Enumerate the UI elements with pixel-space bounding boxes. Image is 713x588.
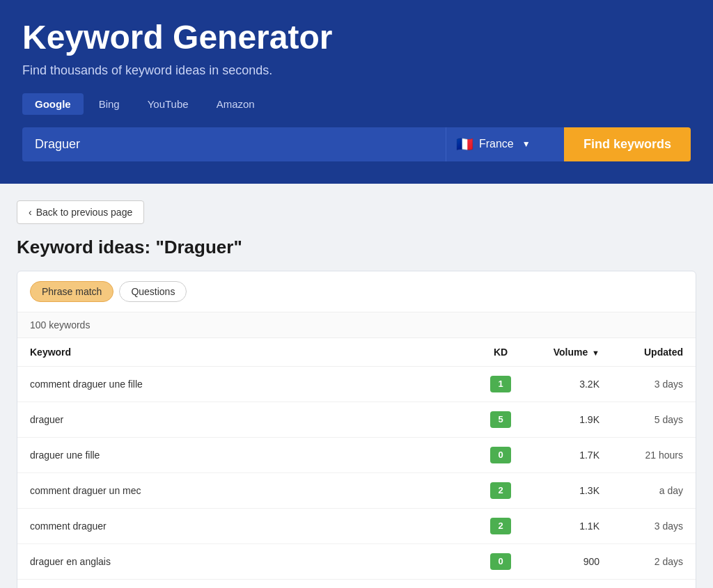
- filter-phrase-match[interactable]: Phrase match: [30, 281, 113, 302]
- country-name: France: [479, 138, 514, 150]
- main-content: ‹ Back to previous page Keyword ideas: "…: [0, 184, 713, 588]
- header-subtitle: Find thousands of keyword ideas in secon…: [22, 63, 691, 78]
- table-row: draguer 5 1.9K 5 days: [17, 402, 696, 437]
- cell-keyword: draguer: [17, 402, 473, 437]
- search-input[interactable]: [22, 127, 446, 161]
- keywords-count: 100 keywords: [17, 312, 696, 338]
- source-tab-bar: Google Bing YouTube Amazon: [22, 93, 691, 115]
- filter-bar: Phrase match Questions: [17, 271, 696, 312]
- cell-kd: 2: [473, 472, 528, 508]
- cell-volume: 1.9K: [528, 402, 612, 437]
- table-row: comment draguer 2 1.1K 3 days: [17, 508, 696, 543]
- kd-badge: 1: [490, 376, 511, 392]
- col-keyword[interactable]: Keyword: [17, 338, 473, 367]
- page-title: Keyword Generator: [22, 19, 691, 56]
- cell-updated: 7 days: [612, 579, 696, 588]
- cell-keyword: draguer une fille: [17, 437, 473, 472]
- filter-questions[interactable]: Questions: [119, 281, 187, 302]
- tab-youtube[interactable]: YouTube: [135, 93, 201, 115]
- cell-keyword: draguer par sms: [17, 579, 473, 588]
- country-flag: 🇫🇷: [456, 136, 473, 152]
- header: Keyword Generator Find thousands of keyw…: [0, 0, 713, 184]
- table-row: draguer une fille 0 1.7K 21 hours: [17, 437, 696, 472]
- cell-volume: 800: [528, 579, 612, 588]
- col-volume[interactable]: Volume ▼: [528, 338, 612, 367]
- back-button[interactable]: ‹ Back to previous page: [17, 200, 144, 224]
- cell-keyword: comment draguer une fille: [17, 366, 473, 402]
- results-card: Phrase match Questions 100 keywords Keyw…: [17, 271, 696, 588]
- cell-updated: 2 days: [612, 543, 696, 579]
- chevron-left-icon: ‹: [29, 207, 32, 218]
- results-heading: Keyword ideas: "Draguer": [17, 237, 696, 258]
- chevron-down-icon: ▼: [522, 139, 531, 149]
- sort-arrow-icon: ▼: [592, 349, 600, 357]
- cell-kd: 0: [473, 543, 528, 579]
- cell-kd: 1: [473, 366, 528, 402]
- kd-badge: 0: [490, 447, 511, 463]
- cell-kd: 0: [473, 579, 528, 588]
- table-row: draguer par sms 0 800 7 days: [17, 579, 696, 588]
- cell-kd: 5: [473, 402, 528, 437]
- cell-volume: 1.7K: [528, 437, 612, 472]
- tab-bing[interactable]: Bing: [86, 93, 132, 115]
- cell-keyword: draguer en anglais: [17, 543, 473, 579]
- cell-updated: a day: [612, 472, 696, 508]
- find-keywords-button[interactable]: Find keywords: [564, 127, 691, 161]
- cell-volume: 1.1K: [528, 508, 612, 543]
- cell-updated: 5 days: [612, 402, 696, 437]
- kd-badge: 2: [490, 482, 511, 499]
- search-row: 🇫🇷 France ▼ Find keywords: [22, 127, 691, 161]
- table-header-row: Keyword KD Volume ▼ Updated: [17, 338, 696, 367]
- cell-volume: 900: [528, 543, 612, 579]
- country-selector[interactable]: 🇫🇷 France ▼: [446, 127, 564, 161]
- kd-badge: 5: [490, 411, 511, 428]
- table-row: draguer en anglais 0 900 2 days: [17, 543, 696, 579]
- cell-volume: 1.3K: [528, 472, 612, 508]
- cell-keyword: comment draguer: [17, 508, 473, 543]
- cell-updated: 21 hours: [612, 437, 696, 472]
- col-kd[interactable]: KD: [473, 338, 528, 367]
- cell-kd: 2: [473, 508, 528, 543]
- cell-volume: 3.2K: [528, 366, 612, 402]
- tab-google[interactable]: Google: [22, 93, 84, 115]
- cell-kd: 0: [473, 437, 528, 472]
- table-row: comment draguer une fille 1 3.2K 3 days: [17, 366, 696, 402]
- tab-amazon[interactable]: Amazon: [204, 93, 267, 115]
- col-updated[interactable]: Updated: [612, 338, 696, 367]
- cell-updated: 3 days: [612, 508, 696, 543]
- back-button-label: Back to previous page: [36, 207, 133, 218]
- cell-keyword: comment draguer un mec: [17, 472, 473, 508]
- kd-badge: 2: [490, 518, 511, 534]
- kd-badge: 0: [490, 553, 511, 570]
- table-row: comment draguer un mec 2 1.3K a day: [17, 472, 696, 508]
- keywords-table: Keyword KD Volume ▼ Updated comment drag…: [17, 338, 696, 588]
- cell-updated: 3 days: [612, 366, 696, 402]
